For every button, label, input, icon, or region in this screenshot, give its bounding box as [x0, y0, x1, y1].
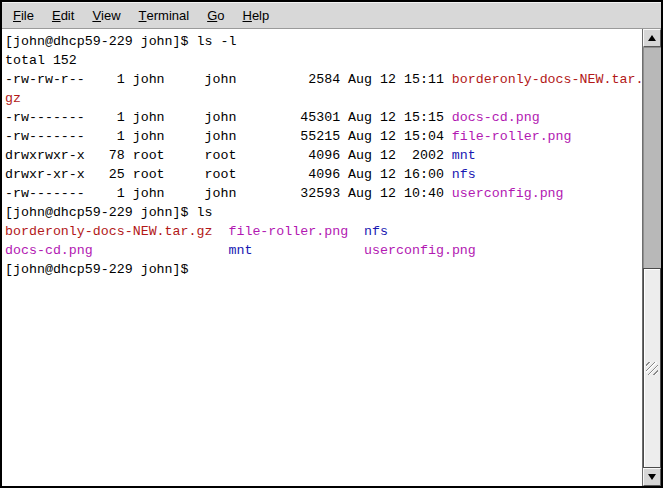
menubar: FileEditViewTerminalGoHelp — [2, 2, 661, 29]
terminal-text: drwxr-xr-x 25 root root 4096 Aug 12 16:0… — [5, 167, 452, 182]
menu-label-mnemonic: F — [13, 8, 21, 23]
terminal-text: [john@dhcp59-229 john]$ — [5, 262, 197, 277]
filename-blue: mnt — [228, 243, 252, 258]
terminal-line: docs-cd.png mnt userconfig.png — [5, 241, 642, 260]
terminal-text: -rw-rw-r-- 1 john john 2584 Aug 12 15:11 — [5, 72, 452, 87]
terminal-line: drwxrwxr-x 78 root root 4096 Aug 12 2002… — [5, 146, 642, 165]
menu-label-rest: o — [217, 8, 224, 23]
window-content: [john@dhcp59-229 john]$ ls -ltotal 152-r… — [2, 29, 661, 486]
filename-magenta: file-roller.png — [228, 224, 348, 239]
filename-red: borderonly-docs-NEW.tar. — [452, 72, 642, 87]
menu-edit[interactable]: Edit — [43, 3, 83, 28]
menu-label-rest: ile — [21, 8, 34, 23]
terminal-line: -rw------- 1 john john 55215 Aug 12 15:0… — [5, 127, 642, 146]
filename-red: gz — [5, 91, 21, 106]
filename-magenta: docs-cd.png — [5, 243, 93, 258]
menu-label-mnemonic: G — [207, 8, 217, 23]
menu-view[interactable]: View — [83, 3, 129, 28]
terminal-window: FileEditViewTerminalGoHelp [john@dhcp59-… — [0, 0, 663, 488]
terminal-text — [348, 224, 364, 239]
terminal-text: -rw------- 1 john john 32593 Aug 12 10:4… — [5, 186, 452, 201]
filename-blue: mnt — [452, 148, 476, 163]
terminal-text: total 152 — [5, 53, 77, 68]
terminal-line: total 152 — [5, 51, 642, 70]
terminal-text: -rw------- 1 john john 45301 Aug 12 15:1… — [5, 110, 452, 125]
scroll-down-button[interactable] — [643, 468, 661, 486]
terminal-text: [john@dhcp59-229 john]$ ls — [5, 205, 212, 220]
menu-label-mnemonic: V — [92, 8, 101, 23]
terminal-text — [93, 243, 229, 258]
menu-label-mnemonic: E — [52, 8, 61, 23]
terminal-text — [252, 243, 364, 258]
filename-magenta: userconfig.png — [364, 243, 476, 258]
terminal-output[interactable]: [john@dhcp59-229 john]$ ls -ltotal 152-r… — [2, 29, 642, 486]
filename-red: borderonly-docs-NEW.tar.gz — [5, 224, 212, 239]
menu-label-rest: elp — [252, 8, 269, 23]
terminal-text: [john@dhcp59-229 john]$ ls -l — [5, 34, 236, 49]
filename-magenta: docs-cd.png — [452, 110, 540, 125]
terminal-text: -rw------- 1 john john 55215 Aug 12 15:0… — [5, 129, 452, 144]
filename-magenta: userconfig.png — [452, 186, 564, 201]
menu-label-mnemonic: T — [139, 8, 147, 23]
triangle-down-icon — [648, 474, 656, 480]
terminal-line: [john@dhcp59-229 john]$ — [5, 260, 642, 279]
terminal-line: [john@dhcp59-229 john]$ ls -l — [5, 32, 642, 51]
terminal-text — [212, 224, 228, 239]
menu-file[interactable]: File — [4, 3, 43, 28]
diagonal-grip-icon — [646, 362, 658, 375]
terminal-line: -rw------- 1 john john 32593 Aug 12 10:4… — [5, 184, 642, 203]
filename-magenta: file-roller.png — [452, 129, 572, 144]
terminal-line: gz — [5, 89, 642, 108]
menu-go[interactable]: Go — [198, 3, 233, 28]
terminal-text: drwxrwxr-x 78 root root 4096 Aug 12 2002 — [5, 148, 452, 163]
scrollbar-trough[interactable] — [643, 47, 661, 468]
filename-blue: nfs — [364, 224, 388, 239]
menu-terminal[interactable]: Terminal — [130, 3, 199, 28]
terminal-line: drwxr-xr-x 25 root root 4096 Aug 12 16:0… — [5, 165, 642, 184]
terminal-line: [john@dhcp59-229 john]$ ls — [5, 203, 642, 222]
menu-label-rest: erminal — [147, 8, 190, 23]
scrollbar[interactable] — [642, 29, 661, 486]
menu-label-rest: dit — [61, 8, 75, 23]
filename-blue: nfs — [452, 167, 476, 182]
menu-label-mnemonic: H — [243, 8, 252, 23]
terminal-line: borderonly-docs-NEW.tar.gz file-roller.p… — [5, 222, 642, 241]
triangle-up-icon — [648, 35, 656, 41]
terminal-line: -rw-rw-r-- 1 john john 2584 Aug 12 15:11… — [5, 70, 642, 89]
scroll-up-button[interactable] — [643, 29, 661, 47]
terminal-line: -rw------- 1 john john 45301 Aug 12 15:1… — [5, 108, 642, 127]
scrollbar-thumb[interactable] — [643, 268, 661, 468]
menu-help[interactable]: Help — [234, 3, 279, 28]
menu-label-rest: iew — [101, 8, 121, 23]
